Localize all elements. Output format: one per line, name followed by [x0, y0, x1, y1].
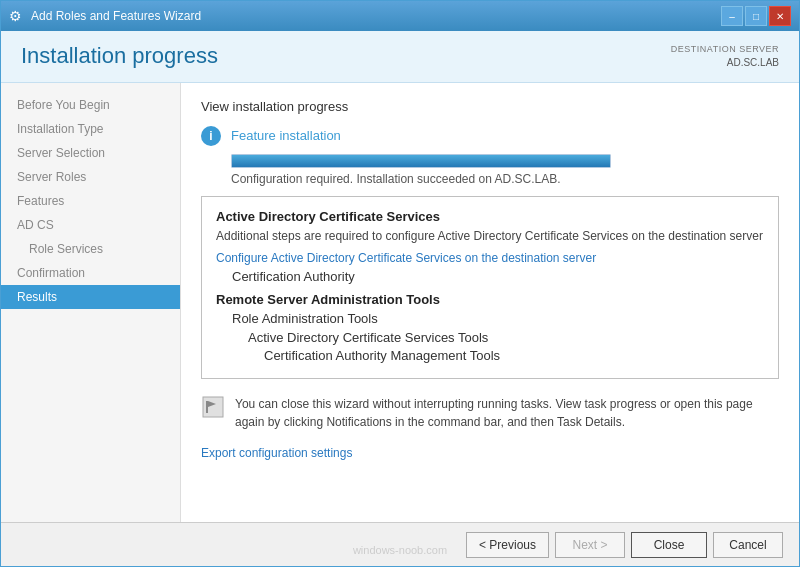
info-icon: i [201, 126, 221, 146]
notification-box: You can close this wizard without interr… [201, 391, 779, 435]
window-title: Add Roles and Features Wizard [31, 9, 201, 23]
section2-title: Remote Server Administration Tools [216, 292, 764, 307]
minimize-button[interactable]: – [721, 6, 743, 26]
feature-install-label: Feature installation [231, 128, 341, 143]
wizard-window: ⚙ Add Roles and Features Wizard – □ ✕ In… [0, 0, 800, 567]
next-button[interactable]: Next > [555, 532, 625, 558]
sidebar-item-confirmation[interactable]: Confirmation [1, 261, 180, 285]
feature-install-box: i Feature installation [201, 126, 779, 146]
previous-button[interactable]: < Previous [466, 532, 549, 558]
sidebar-item-server-roles[interactable]: Server Roles [1, 165, 180, 189]
section1-title: Active Directory Certificate Services [216, 209, 764, 224]
notification-text: You can close this wizard without interr… [235, 395, 779, 431]
svg-rect-1 [206, 401, 208, 413]
footer: < Previous Next > Close Cancel windows-n… [1, 522, 799, 566]
section1-link[interactable]: Configure Active Directory Certificate S… [216, 251, 596, 265]
title-bar-controls: – □ ✕ [721, 6, 791, 26]
section2-sub2: Active Directory Certificate Services To… [216, 330, 764, 345]
destination-server: DESTINATION SERVER AD.SC.LAB [671, 43, 779, 70]
view-progress-label: View installation progress [201, 99, 779, 114]
progress-bar-fill [232, 155, 610, 167]
section2-sub1: Role Administration Tools [216, 311, 764, 326]
close-button[interactable]: Close [631, 532, 707, 558]
section1-sub: Certification Authority [216, 269, 764, 284]
sidebar: Before You Begin Installation Type Serve… [1, 83, 181, 522]
sidebar-item-server-selection[interactable]: Server Selection [1, 141, 180, 165]
export-link[interactable]: Export configuration settings [201, 446, 352, 460]
destination-value: AD.SC.LAB [671, 56, 779, 70]
flag-icon [202, 396, 224, 418]
page-title: Installation progress [21, 43, 218, 69]
sidebar-item-before-you-begin[interactable]: Before You Begin [1, 93, 180, 117]
content-area: View installation progress i Feature ins… [181, 83, 799, 522]
title-bar-left: ⚙ Add Roles and Features Wizard [9, 8, 201, 24]
maximize-button[interactable]: □ [745, 6, 767, 26]
sidebar-item-role-services[interactable]: Role Services [1, 237, 180, 261]
section2-sub3: Certification Authority Management Tools [216, 348, 764, 363]
sidebar-item-adcs[interactable]: AD CS [1, 213, 180, 237]
cancel-button[interactable]: Cancel [713, 532, 783, 558]
config-status: Configuration required. Installation suc… [231, 172, 779, 186]
section1-desc: Additional steps are required to configu… [216, 228, 764, 245]
header-area: Installation progress DESTINATION SERVER… [1, 31, 799, 83]
destination-label: DESTINATION SERVER [671, 43, 779, 56]
section2: Remote Server Administration Tools Role … [216, 292, 764, 363]
progress-bar-container [231, 154, 611, 168]
sidebar-item-results[interactable]: Results [1, 285, 180, 309]
main-content: Installation progress DESTINATION SERVER… [1, 31, 799, 522]
body-area: Before You Begin Installation Type Serve… [1, 83, 799, 522]
title-bar: ⚙ Add Roles and Features Wizard – □ ✕ [1, 1, 799, 31]
watermark: windows-noob.com [353, 544, 447, 556]
window-icon: ⚙ [9, 8, 25, 24]
sidebar-item-features[interactable]: Features [1, 189, 180, 213]
sidebar-item-installation-type[interactable]: Installation Type [1, 117, 180, 141]
close-window-button[interactable]: ✕ [769, 6, 791, 26]
notification-icon [201, 395, 225, 419]
results-box: Active Directory Certificate Services Ad… [201, 196, 779, 380]
